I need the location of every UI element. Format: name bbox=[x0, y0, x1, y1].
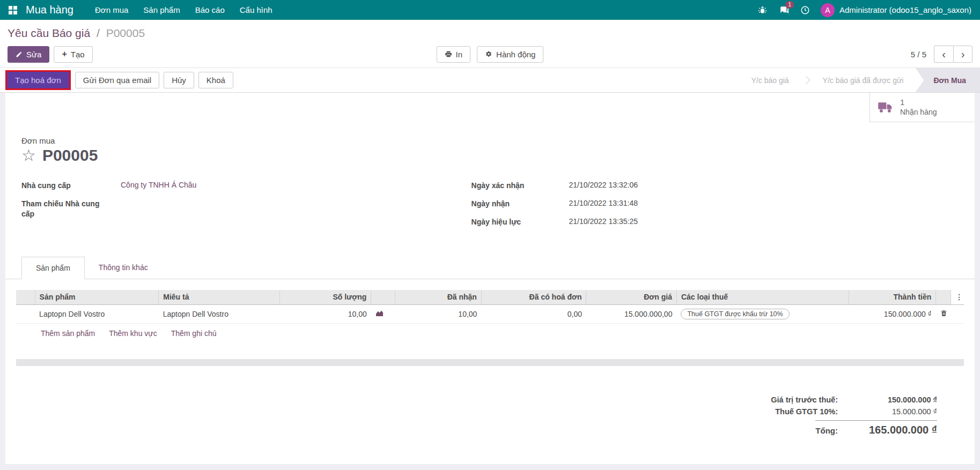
row-billed[interactable]: 0,00 bbox=[481, 304, 586, 323]
total-value: 165.000.000 ₫ bbox=[838, 424, 937, 436]
step-chevron-icon bbox=[801, 76, 810, 85]
col-subtotal[interactable]: Thành tiền bbox=[849, 290, 935, 304]
create-button[interactable]: + Tạo bbox=[54, 46, 92, 63]
receipt-date-label: Ngày nhận bbox=[471, 199, 569, 209]
document-type-label: Đơn mua bbox=[21, 136, 975, 145]
debug-bug-icon[interactable] bbox=[756, 4, 768, 16]
breadcrumb-parent-link[interactable]: Yêu cầu Báo giá bbox=[8, 27, 90, 39]
messages-icon[interactable]: 1 bbox=[778, 4, 790, 16]
row-description[interactable]: Laptopn Dell Vostro bbox=[159, 304, 280, 323]
app-name[interactable]: Mua hàng bbox=[26, 4, 73, 16]
favorite-star-icon[interactable]: ☆ bbox=[21, 147, 36, 163]
row-subtotal: 150.000.000 ₫ bbox=[849, 304, 935, 323]
nav-item-cau-hinh[interactable]: Cấu hình bbox=[232, 0, 280, 20]
vendor-label: Nhà cung cấp bbox=[21, 181, 121, 191]
forecast-chart-icon[interactable] bbox=[375, 310, 384, 318]
field-receipt-date: Ngày nhận 21/10/2022 13:31:48 bbox=[471, 199, 922, 209]
action-button[interactable]: Hành động bbox=[477, 46, 543, 63]
print-button-label: In bbox=[456, 50, 463, 59]
untaxed-amount-label: Giá trị trước thuế: bbox=[771, 396, 838, 404]
field-effective-date: Ngày hiệu lực 21/10/2022 13:35:25 bbox=[471, 217, 922, 227]
top-navbar: Mua hàng Đơn mua Sản phẩm Báo cáo Cấu hì… bbox=[0, 0, 980, 20]
nav-item-don-mua[interactable]: Đơn mua bbox=[87, 0, 136, 20]
receipt-count: 1 bbox=[900, 98, 937, 107]
notebook-tabs: Sản phẩm Thông tin khác bbox=[5, 257, 975, 279]
user-avatar: A bbox=[821, 3, 835, 17]
field-vendor-reference: Tham chiếu Nhà cung cấp bbox=[21, 199, 471, 219]
status-step-rfq-sent[interactable]: Y/c báo giá đã được gửi bbox=[811, 68, 916, 92]
receipt-smart-button[interactable]: 1 Nhận hàng bbox=[870, 93, 975, 122]
table-add-links: Thêm sản phẩm Thêm khu vực Thêm ghi chú bbox=[16, 324, 964, 343]
chevron-right-icon: › bbox=[961, 48, 965, 61]
totals-block: Giá trị trước thuế: 150.000.000 ₫ Thuế G… bbox=[5, 394, 975, 438]
gear-icon bbox=[485, 50, 492, 58]
create-button-label: Tạo bbox=[71, 50, 85, 59]
tab-other-info[interactable]: Thông tin khác bbox=[85, 257, 162, 279]
add-note-link[interactable]: Thêm ghi chú bbox=[171, 329, 217, 338]
messages-badge: 1 bbox=[785, 1, 794, 9]
field-confirmation-date: Ngày xác nhận 21/10/2022 13:32:06 bbox=[471, 181, 922, 191]
row-received[interactable]: 10,00 bbox=[395, 304, 481, 323]
print-button[interactable]: In bbox=[437, 46, 471, 63]
cancel-button[interactable]: Hủy bbox=[164, 72, 194, 88]
apps-menu-icon[interactable] bbox=[9, 6, 17, 14]
activities-clock-icon[interactable] bbox=[799, 4, 811, 16]
col-quantity[interactable]: Số lượng bbox=[279, 290, 371, 304]
row-product[interactable]: Laptopn Dell Vostro bbox=[35, 304, 159, 323]
delete-row-icon[interactable] bbox=[940, 310, 947, 318]
user-name: Administrator (odoo15_anglo_saxon) bbox=[839, 5, 971, 14]
user-menu[interactable]: A Administrator (odoo15_anglo_saxon) bbox=[821, 3, 971, 17]
add-section-link[interactable]: Thêm khu vực bbox=[109, 329, 157, 338]
row-handle-cell bbox=[16, 304, 35, 323]
breadcrumb-separator: / bbox=[97, 27, 100, 39]
confirmation-date-value: 21/10/2022 13:32:06 bbox=[569, 181, 638, 191]
optional-columns-toggle[interactable]: ⋮ bbox=[951, 290, 964, 304]
col-product[interactable]: Sản phẩm bbox=[35, 290, 159, 304]
form-sheet: 1 Nhận hàng Đơn mua ☆ P00005 Nhà cung cấ… bbox=[5, 93, 975, 464]
receipt-label: Nhận hàng bbox=[900, 107, 937, 117]
vendor-value-link[interactable]: Công ty TNHH Á Châu bbox=[121, 181, 196, 191]
create-bill-button[interactable]: Tạo hoá đơn bbox=[7, 72, 69, 88]
col-delete bbox=[936, 290, 951, 304]
untaxed-amount-value: 150.000.000 ₫ bbox=[838, 396, 937, 404]
table-header-row: Sản phẩm Miêu tả Số lượng Đã nhận Đã có … bbox=[16, 290, 964, 304]
control-panel: Sửa + Tạo In Hành động 5 / 5 ‹ › bbox=[0, 41, 980, 68]
col-billed[interactable]: Đã có hoá đơn bbox=[481, 290, 586, 304]
table-footer-band bbox=[16, 359, 964, 366]
breadcrumb-current: P00005 bbox=[106, 27, 145, 39]
effective-date-value: 21/10/2022 13:35:25 bbox=[569, 217, 638, 227]
nav-item-bao-cao[interactable]: Báo cáo bbox=[188, 0, 232, 20]
tax-amount-row: Thuế GTGT 10%: 15.000.000 ₫ bbox=[775, 406, 937, 417]
tax-amount-value: 15.000.000 ₫ bbox=[838, 407, 937, 416]
col-unit-price[interactable]: Đơn giá bbox=[586, 290, 676, 304]
order-lines-table: Sản phẩm Miêu tả Số lượng Đã nhận Đã có … bbox=[16, 290, 964, 324]
col-received[interactable]: Đã nhận bbox=[395, 290, 481, 304]
edit-button[interactable]: Sửa bbox=[8, 46, 49, 63]
tax-tag[interactable]: Thuế GTGT được khấu trừ 10% bbox=[681, 309, 789, 319]
confirmation-date-label: Ngày xác nhận bbox=[471, 181, 569, 191]
row-quantity[interactable]: 10,00 bbox=[279, 304, 371, 323]
annotation-highlight-box: Tạo hoá đơn bbox=[5, 70, 71, 90]
add-product-link[interactable]: Thêm sản phẩm bbox=[41, 329, 95, 338]
pager-next-button[interactable]: › bbox=[953, 46, 972, 63]
send-by-email-button[interactable]: Gửi Đơn qua email bbox=[75, 72, 159, 88]
total-row: Tổng: 165.000.000 ₫ bbox=[815, 420, 937, 438]
total-label: Tổng: bbox=[815, 426, 838, 435]
status-step-rfq[interactable]: Y/c báo giá bbox=[740, 68, 801, 92]
statusbar: Tạo hoá đơn Gửi Đơn qua email Hủy Khoá Y… bbox=[0, 68, 980, 93]
col-forecast bbox=[371, 290, 395, 304]
plus-icon: + bbox=[62, 51, 67, 57]
truck-icon bbox=[878, 101, 894, 114]
row-unit-price[interactable]: 15.000.000,00 bbox=[586, 304, 676, 323]
nav-item-san-pham[interactable]: Sản phẩm bbox=[136, 0, 187, 20]
status-steps: Y/c báo giá Y/c báo giá đã được gửi Đơn … bbox=[740, 68, 980, 92]
edit-button-label: Sửa bbox=[26, 50, 41, 59]
form-view-background: 1 Nhận hàng Đơn mua ☆ P00005 Nhà cung cấ… bbox=[0, 93, 980, 470]
col-description[interactable]: Miêu tả bbox=[159, 290, 280, 304]
table-row[interactable]: Laptopn Dell Vostro Laptopn Dell Vostro … bbox=[16, 304, 964, 323]
tab-products[interactable]: Sản phẩm bbox=[21, 257, 85, 279]
pager-previous-button[interactable]: ‹ bbox=[934, 46, 953, 63]
status-step-purchase-order-active[interactable]: Đơn Mua bbox=[915, 68, 980, 92]
col-taxes[interactable]: Các loại thuế bbox=[676, 290, 849, 304]
lock-button[interactable]: Khoá bbox=[198, 72, 233, 88]
